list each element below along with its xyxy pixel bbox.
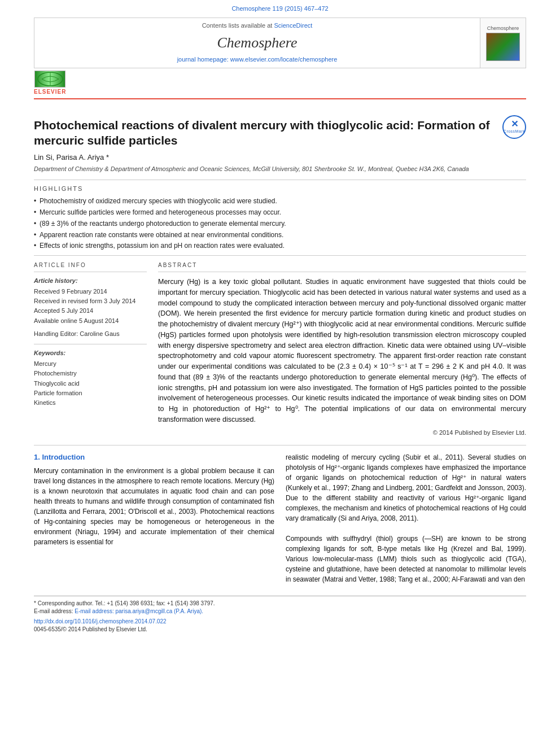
divider-1 xyxy=(34,180,526,180)
footnote-email: E-mail address: E-mail address: parisa.a… xyxy=(34,608,526,615)
journal-name-header: Chemosphere xyxy=(40,33,474,53)
highlight-item-1: Photochemistry of oxidized mercury speci… xyxy=(34,196,526,206)
journal-side-thumbnail: Chemosphere xyxy=(480,18,526,67)
highlights-section: HIGHLIGHTS Photochemistry of oxidized me… xyxy=(34,185,526,251)
article-history-label: Article history: xyxy=(34,277,147,285)
article-info-label: ARTICLE INFO xyxy=(34,261,147,269)
body-section: 1. Introduction Mercury contamination in… xyxy=(34,445,526,584)
elsevier-text: ELSEVIER xyxy=(34,88,66,96)
abstract-paragraph: Mercury (Hg) is a key toxic global pollu… xyxy=(158,277,526,425)
footnote-star: * Corresponding author. Tel.: +1 (514) 3… xyxy=(34,600,526,608)
revised-date: Received in revised form 3 July 2014 xyxy=(34,297,147,305)
available-date: Available online 5 August 2014 xyxy=(34,317,147,325)
footnote-section: * Corresponding author. Tel.: +1 (514) 3… xyxy=(34,596,526,634)
journal-cover-image xyxy=(486,33,520,61)
received-date: Received 9 February 2014 xyxy=(34,287,147,296)
divider-2 xyxy=(34,255,526,256)
accepted-date: Accepted 5 July 2014 xyxy=(34,307,147,315)
abstract-label: ABSTRACT xyxy=(158,261,526,269)
elsevier-logo-image xyxy=(34,71,65,88)
highlights-label: HIGHLIGHTS xyxy=(34,185,526,193)
handling-editor: Handling Editor: Caroline Gaus xyxy=(34,330,147,338)
elsevier-bar: ELSEVIER xyxy=(34,68,526,99)
intro-text-right: realistic modeling of mercury cycling (S… xyxy=(286,452,526,584)
keyword-4: Particle formation xyxy=(34,389,147,397)
article-info-abstract: ARTICLE INFO Article history: Received 9… xyxy=(34,261,526,437)
contents-available: Contents lists available at ScienceDirec… xyxy=(40,21,474,30)
affiliation: Department of Chemistry & Department of … xyxy=(34,165,526,173)
elsevier-logo: ELSEVIER xyxy=(34,71,66,96)
body-right-col: realistic modeling of mercury cycling (S… xyxy=(286,452,526,584)
intro-title: 1. Introduction xyxy=(34,452,274,462)
issn-line: 0045-6535/© 2014 Published by Elsevier L… xyxy=(34,626,526,634)
crossmark-badge[interactable]: ✕ CrossMark xyxy=(502,115,526,139)
main-content: ✕ CrossMark Photochemical reactions of d… xyxy=(0,99,560,639)
article-info-col: ARTICLE INFO Article history: Received 9… xyxy=(34,261,147,437)
body-left-col: 1. Introduction Mercury contamination in… xyxy=(34,452,274,584)
col-divider-1 xyxy=(34,272,147,272)
highlight-item-5: Effects of ionic strengths, potassium io… xyxy=(34,241,526,251)
keyword-3: Thioglycolic acid xyxy=(34,379,147,388)
highlight-item-4: Apparent reaction rate constants were ob… xyxy=(34,230,526,240)
keywords-label: Keywords: xyxy=(34,349,147,357)
keyword-1: Mercury xyxy=(34,360,147,368)
highlight-item-2: Mercuric sulfide particles were formed a… xyxy=(34,208,526,217)
abstract-col: ABSTRACT Mercury (Hg) is a key toxic glo… xyxy=(158,261,526,437)
journal-homepage: journal homepage: www.elsevier.com/locat… xyxy=(40,55,474,64)
col-divider-2 xyxy=(34,344,147,344)
journal-header: Contents lists available at ScienceDirec… xyxy=(34,18,526,68)
copyright: © 2014 Published by Elsevier Ltd. xyxy=(158,429,526,437)
keyword-5: Kinetics xyxy=(34,399,147,407)
authors: Lin Si, Parisa A. Ariya * xyxy=(34,152,526,163)
intro-text-left: Mercury contamination in the environment… xyxy=(34,466,274,547)
crossmark-symbol: ✕ CrossMark xyxy=(502,115,526,139)
highlight-item-3: (89 ± 3)% of the reactants undergo photo… xyxy=(34,219,526,229)
journal-reference: Chemosphere 119 (2015) 467–472 xyxy=(0,0,560,15)
keyword-2: Photochemistry xyxy=(34,369,147,378)
abstract-text: Mercury (Hg) is a key toxic global pollu… xyxy=(158,277,526,425)
col-divider-3 xyxy=(158,272,526,272)
journal-header-main: Contents lists available at ScienceDirec… xyxy=(34,18,480,67)
article-title: Photochemical reactions of divalent merc… xyxy=(34,117,526,148)
doi-line: http://dx.doi.org/10.1016/j.chemosphere.… xyxy=(34,618,526,626)
page: Chemosphere 119 (2015) 467–472 Contents … xyxy=(0,0,560,639)
